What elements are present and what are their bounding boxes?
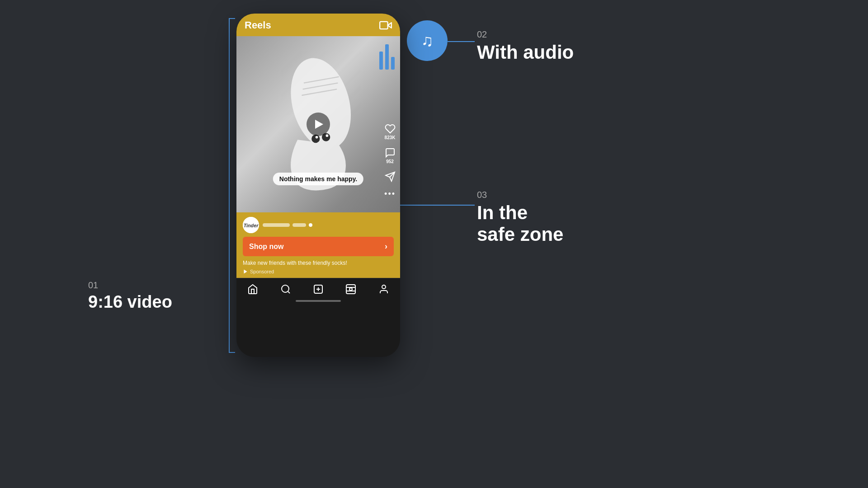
share-action[interactable] — [385, 171, 396, 182]
comment-action[interactable]: 952 — [385, 147, 396, 164]
audio-bars — [379, 44, 395, 70]
video-area[interactable]: Nothing makes me happy. 823K 952 — [236, 36, 400, 212]
reels-header: Reels — [236, 14, 400, 36]
connector-line-02 — [448, 41, 475, 42]
bracket-tick-top — [229, 18, 235, 19]
like-action[interactable]: 823K — [385, 123, 396, 140]
bar-3 — [391, 57, 395, 70]
camera-icon — [379, 19, 392, 32]
reels-icon — [345, 284, 356, 295]
heart-icon — [385, 123, 396, 134]
annotation-01: 01 9:16 video — [88, 280, 172, 312]
svg-text:Tinder: Tinder — [244, 223, 259, 228]
svg-rect-19 — [346, 285, 355, 294]
username-bar-1 — [263, 223, 290, 227]
like-count: 823K — [385, 135, 396, 140]
music-circle: ♫ — [407, 20, 448, 61]
play-triangle — [315, 120, 323, 129]
username-bar-2 — [292, 223, 306, 227]
more-action[interactable]: ••• — [384, 189, 396, 199]
svg-point-5 — [326, 134, 329, 137]
play-button[interactable] — [307, 113, 330, 136]
bar-2 — [385, 44, 389, 70]
shop-now-button[interactable]: Shop now › — [243, 237, 394, 256]
bottom-area: Tinder Shop now › Make new friends with … — [236, 212, 400, 278]
connector-line-03 — [400, 205, 475, 206]
add-icon — [313, 284, 324, 295]
comment-count: 952 — [386, 159, 394, 164]
search-icon — [280, 284, 291, 295]
annotation-03: 03 In the safe zone — [477, 190, 567, 246]
online-dot — [309, 223, 312, 227]
cta-label: Shop now — [249, 243, 283, 251]
bottom-nav — [236, 278, 400, 297]
bar-1 — [379, 52, 383, 70]
svg-point-14 — [282, 285, 289, 292]
bracket-tick-bottom — [229, 352, 235, 353]
home-indicator-area — [236, 297, 400, 306]
svg-rect-0 — [380, 22, 388, 29]
profile-icon — [378, 284, 389, 295]
svg-point-23 — [382, 285, 386, 289]
comment-icon — [385, 147, 396, 158]
share-icon — [385, 171, 396, 182]
sponsored-row: Sponsored — [243, 269, 394, 274]
home-indicator-bar — [296, 300, 341, 302]
nav-profile[interactable] — [378, 284, 389, 295]
reels-title: Reels — [245, 19, 271, 31]
user-row: Tinder — [243, 217, 394, 233]
sponsored-flag-icon — [243, 269, 248, 274]
avatar: Tinder — [243, 217, 259, 233]
cta-chevron-icon: › — [385, 242, 387, 251]
svg-point-20 — [349, 288, 352, 291]
video-caption: Nothing makes me happy. — [273, 173, 363, 185]
phone-shell: Reels — [236, 14, 400, 357]
sponsored-label: Sponsored — [250, 269, 274, 274]
nav-reels[interactable] — [345, 284, 356, 295]
more-dots-icon: ••• — [384, 189, 396, 199]
nav-add[interactable] — [313, 284, 324, 295]
svg-point-4 — [316, 136, 318, 139]
video-actions: 823K 952 ••• — [384, 123, 396, 199]
nav-home[interactable] — [247, 284, 258, 295]
ad-description: Make new friends with these friendly soc… — [243, 260, 394, 266]
svg-point-1 — [281, 52, 360, 156]
home-icon — [247, 284, 258, 295]
nav-search[interactable] — [280, 284, 291, 295]
user-name-area — [263, 223, 394, 227]
svg-line-15 — [288, 291, 289, 293]
svg-marker-13 — [244, 270, 247, 274]
bracket-line-01 — [229, 18, 230, 352]
annotation-02: 02 With audio — [477, 29, 574, 63]
music-note-icon: ♫ — [421, 31, 434, 50]
